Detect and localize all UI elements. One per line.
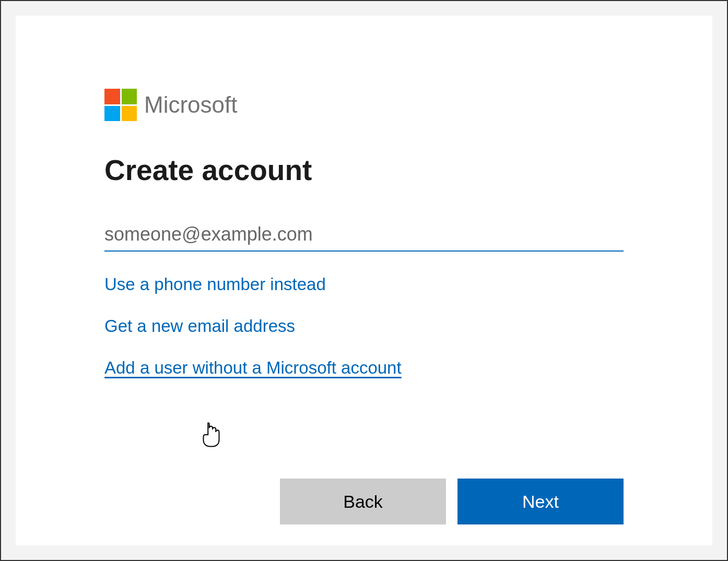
- use-phone-link[interactable]: Use a phone number instead: [104, 274, 326, 294]
- cursor-pointer-icon: [198, 422, 221, 448]
- next-button[interactable]: Next: [457, 479, 624, 524]
- back-button[interactable]: Back: [280, 479, 446, 524]
- microsoft-logo-icon: [104, 89, 137, 121]
- button-row: Back Next: [280, 479, 624, 524]
- page-title: Create account: [104, 153, 624, 187]
- no-ms-account-link[interactable]: Add a user without a Microsoft account: [104, 358, 402, 378]
- brand-name: Microsoft: [144, 92, 237, 118]
- link-list: Use a phone number instead Get a new ema…: [104, 274, 624, 400]
- create-account-dialog: Microsoft Create account Use a phone num…: [16, 16, 712, 545]
- new-email-link[interactable]: Get a new email address: [104, 316, 295, 336]
- email-input[interactable]: [104, 220, 624, 252]
- brand-row: Microsoft: [104, 89, 624, 121]
